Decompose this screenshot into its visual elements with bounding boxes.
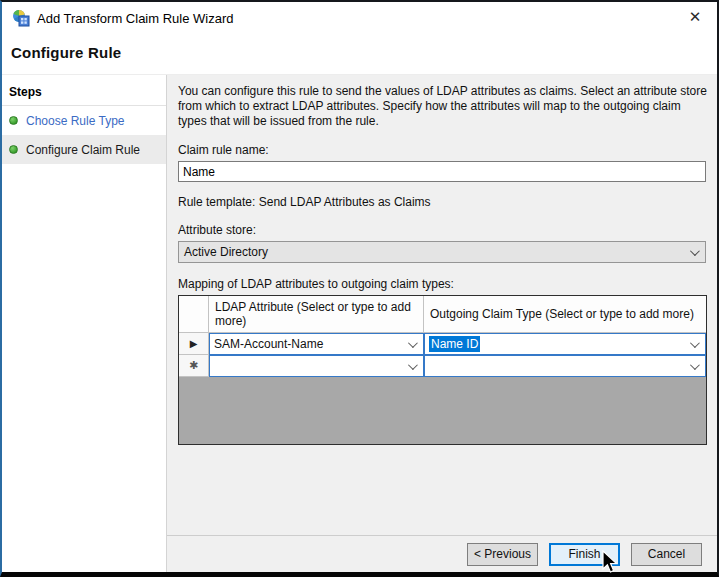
chevron-down-icon (408, 338, 418, 348)
title-bar: Add Transform Claim Rule Wizard ✕ (2, 2, 717, 34)
ldap-attribute-value: SAM-Account-Name (214, 337, 323, 351)
step-completed-icon (9, 116, 18, 125)
attribute-store-value: Active Directory (184, 245, 268, 259)
heading-band: Configure Rule (2, 34, 717, 74)
chevron-down-icon (690, 360, 700, 370)
chevron-down-icon (408, 360, 418, 370)
ldap-attribute-dropdown-row1[interactable]: SAM-Account-Name (209, 333, 424, 355)
steps-header: Steps (2, 79, 166, 106)
rule-template-text: Rule template: Send LDAP Attributes as C… (178, 195, 708, 209)
table-row: ✱ (179, 355, 706, 377)
mapping-label: Mapping of LDAP attributes to outgoing c… (178, 277, 708, 291)
cancel-button[interactable]: Cancel (631, 543, 702, 566)
step-configure-claim-rule[interactable]: Configure Claim Rule (2, 135, 166, 164)
adfs-app-icon (12, 9, 30, 27)
step-label: Configure Claim Rule (26, 143, 140, 157)
new-row-marker-icon[interactable]: ✱ (179, 355, 209, 377)
wizard-footer: < Previous Finish Cancel (167, 535, 717, 572)
current-row-marker-icon[interactable]: ▶ (179, 333, 209, 355)
table-row: ▶ SAM-Account-Name Name ID (179, 333, 706, 355)
column-header-ldap-attribute: LDAP Attribute (Select or type to add mo… (209, 296, 424, 332)
table-empty-area (179, 377, 706, 444)
step-choose-rule-type[interactable]: Choose Rule Type (2, 106, 166, 135)
mapping-table-header: LDAP Attribute (Select or type to add mo… (179, 296, 706, 333)
wizard-dialog: Add Transform Claim Rule Wizard ✕ Config… (0, 0, 719, 577)
attribute-store-dropdown[interactable]: Active Directory (178, 241, 706, 263)
claim-rule-name-label: Claim rule name: (178, 143, 708, 157)
ldap-attribute-dropdown-row2[interactable] (209, 355, 424, 377)
chevron-down-icon (690, 338, 700, 348)
finish-button[interactable]: Finish (549, 543, 620, 566)
column-header-outgoing-claim-type: Outgoing Claim Type (Select or type to a… (424, 296, 706, 332)
mapping-table: LDAP Attribute (Select or type to add mo… (178, 295, 707, 445)
step-completed-icon (9, 145, 18, 154)
steps-sidebar: Steps Choose Rule Type Configure Claim R… (2, 75, 167, 572)
outgoing-claim-type-dropdown-row2[interactable] (424, 355, 706, 377)
step-label: Choose Rule Type (26, 114, 125, 128)
close-icon[interactable]: ✕ (679, 3, 711, 31)
main-panel: You can configure this rule to send the … (167, 75, 717, 572)
outgoing-claim-type-dropdown-row1[interactable]: Name ID (424, 333, 706, 355)
chevron-down-icon (690, 246, 700, 256)
claim-rule-name-input[interactable] (178, 161, 706, 182)
attribute-store-label: Attribute store: (178, 223, 708, 237)
window-title: Add Transform Claim Rule Wizard (37, 11, 234, 26)
page-title: Configure Rule (11, 44, 717, 61)
previous-button[interactable]: < Previous (467, 543, 538, 566)
rule-description-text: You can configure this rule to send the … (178, 84, 708, 129)
row-selector-header (179, 296, 209, 332)
outgoing-claim-type-value: Name ID (429, 336, 480, 352)
